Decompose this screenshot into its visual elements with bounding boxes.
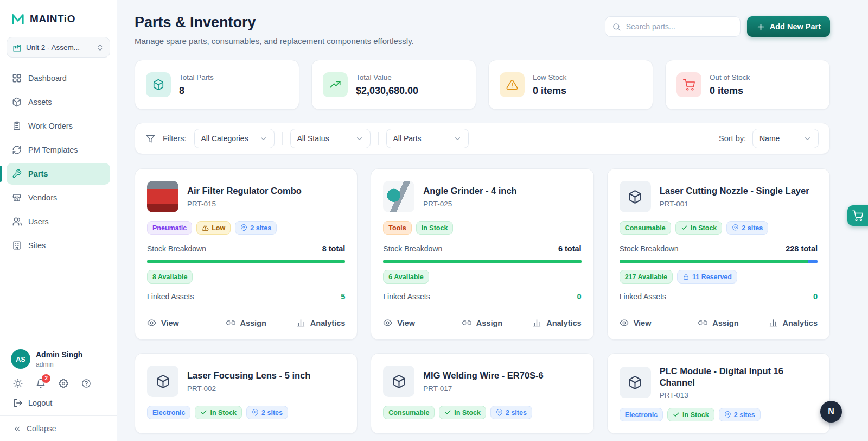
settings-button[interactable] [59, 379, 68, 388]
sidebar-item-sites[interactable]: Sites [7, 235, 110, 256]
part-card: Angle Grinder - 4 inchPRT-025ToolsIn Sto… [371, 168, 593, 340]
divider [282, 132, 283, 145]
part-card: Laser Cutting Nozzle - Single LayerPRT-0… [607, 168, 830, 340]
badge-2-sites: 2 sites [726, 221, 768, 235]
linked-assets-label: Linked Assets [147, 292, 194, 301]
badge-consumable: Consumable [620, 221, 671, 235]
sort-select[interactable]: Name [752, 129, 819, 148]
floating-n-button[interactable]: N [820, 401, 842, 423]
badge-row: ToolsIn Stock [383, 221, 581, 235]
part-title: Laser Focusing Lens - 5 inch [187, 370, 310, 381]
users-icon [12, 217, 22, 226]
search-box [605, 16, 741, 37]
link-icon [698, 318, 707, 327]
stat-label: Total Value [356, 73, 418, 81]
view-button[interactable]: View [620, 318, 686, 327]
logout-button[interactable]: Logout [0, 390, 117, 415]
sites-icon [12, 241, 22, 250]
user-profile[interactable]: AS Admin Singh admin [0, 343, 117, 371]
check-icon [444, 409, 451, 416]
analytics-button[interactable]: Analytics [279, 318, 346, 327]
sidebar: MAINTiO Unit 2 - Assem... Dashboard Asse… [0, 0, 117, 441]
collapse-button[interactable]: Collapse [0, 415, 117, 441]
sidebar-item-assets[interactable]: Assets [7, 91, 110, 113]
badge-in-stock: In Stock [675, 221, 723, 235]
linked-assets-label: Linked Assets [383, 292, 430, 301]
category-filter-select[interactable]: All Categories [194, 129, 275, 148]
badge-row: PneumaticLow2 sites [147, 221, 345, 235]
parts-filter-select[interactable]: All Parts [386, 129, 469, 148]
logout-icon [13, 398, 23, 408]
assign-button[interactable]: Assign [213, 318, 279, 327]
assign-button[interactable]: Assign [685, 318, 751, 327]
view-button[interactable]: View [147, 318, 213, 327]
view-label: View [397, 319, 415, 327]
sun-icon [13, 379, 23, 388]
stock-total: 6 total [558, 244, 582, 253]
trend-icon [329, 79, 341, 91]
part-title: Angle Grinder - 4 inch [423, 185, 516, 197]
gear-icon [59, 379, 68, 388]
stock-total: 228 total [786, 244, 818, 253]
help-icon [81, 379, 91, 388]
floating-cart-button[interactable] [847, 205, 868, 226]
collapse-label: Collapse [27, 424, 56, 433]
package-icon [152, 79, 164, 91]
part-title: MIG Welding Wire - ER70S-6 [423, 370, 543, 381]
help-button[interactable] [81, 379, 91, 388]
sidebar-item-work-orders[interactable]: Work Orders [7, 115, 110, 137]
sidebar-item-dashboard[interactable]: Dashboard [7, 67, 110, 89]
unit-selector[interactable]: Unit 2 - Assem... [7, 37, 110, 58]
vendors-icon [12, 193, 22, 203]
sidebar-item-parts[interactable]: Parts [7, 163, 110, 185]
chip-217-available: 217 Available [620, 270, 673, 284]
badge-tools: Tools [383, 221, 411, 235]
plus-icon [756, 22, 765, 32]
badge-electronic: Electronic [620, 408, 663, 421]
theme-toggle-button[interactable] [13, 379, 23, 388]
stat-out-of-stock: Out of Stock 0 items [665, 60, 830, 110]
eye-icon [620, 318, 629, 327]
badge-2-sites: 2 sites [719, 408, 761, 421]
badge-consumable: Consumable [383, 406, 435, 419]
badge-in-stock: In Stock [439, 406, 486, 419]
sidebar-item-pm-templates[interactable]: PM Templates [7, 139, 110, 161]
linked-assets-label: Linked Assets [620, 292, 666, 301]
view-button[interactable]: View [383, 318, 449, 327]
category-filter-value: All Categories [201, 134, 248, 143]
part-placeholder-thumb [147, 366, 178, 397]
analytics-label: Analytics [783, 319, 818, 327]
chart-icon [769, 318, 778, 327]
progress-segment-green [147, 260, 345, 263]
stat-value: $2,030,680.00 [356, 85, 418, 97]
badge-in-stock: In Stock [416, 221, 454, 235]
stock-breakdown-label: Stock Breakdown [383, 244, 442, 253]
search-input[interactable] [626, 22, 733, 31]
add-new-part-button[interactable]: Add New Part [747, 16, 830, 37]
maintio-logo-icon [11, 12, 25, 26]
sidebar-item-users[interactable]: Users [7, 211, 110, 232]
stat-low-stock: Low Stock 0 items [488, 60, 653, 110]
part-card: Air Filter Regulator ComboPRT-015Pneumat… [135, 168, 358, 340]
badge-2-sites: 2 sites [235, 221, 277, 235]
part-code: PRT-015 [187, 200, 302, 208]
analytics-button[interactable]: Analytics [515, 318, 582, 327]
availability-row: 217 Available11 Reserved [620, 270, 818, 284]
status-filter-select[interactable]: All Status [290, 129, 371, 148]
stats-row: Total Parts 8 Total Value $2,030,680.00 … [135, 60, 830, 110]
pin-icon [252, 409, 259, 416]
status-filter-value: All Status [297, 134, 329, 143]
view-label: View [161, 319, 179, 327]
assign-label: Assign [240, 319, 266, 327]
assign-button[interactable]: Assign [449, 318, 515, 327]
chart-icon [532, 318, 541, 327]
package-icon [392, 374, 406, 389]
notifications-button[interactable]: 2 [36, 379, 46, 388]
sidebar-item-label: Dashboard [28, 74, 67, 83]
analytics-button[interactable]: Analytics [751, 318, 818, 327]
chip-11-reserved: 11 Reserved [677, 270, 737, 284]
sidebar-item-vendors[interactable]: Vendors [7, 187, 110, 209]
stat-value: 0 items [710, 85, 750, 97]
page-title: Parts & Inventory [135, 14, 414, 31]
chevron-down-icon [355, 135, 363, 143]
